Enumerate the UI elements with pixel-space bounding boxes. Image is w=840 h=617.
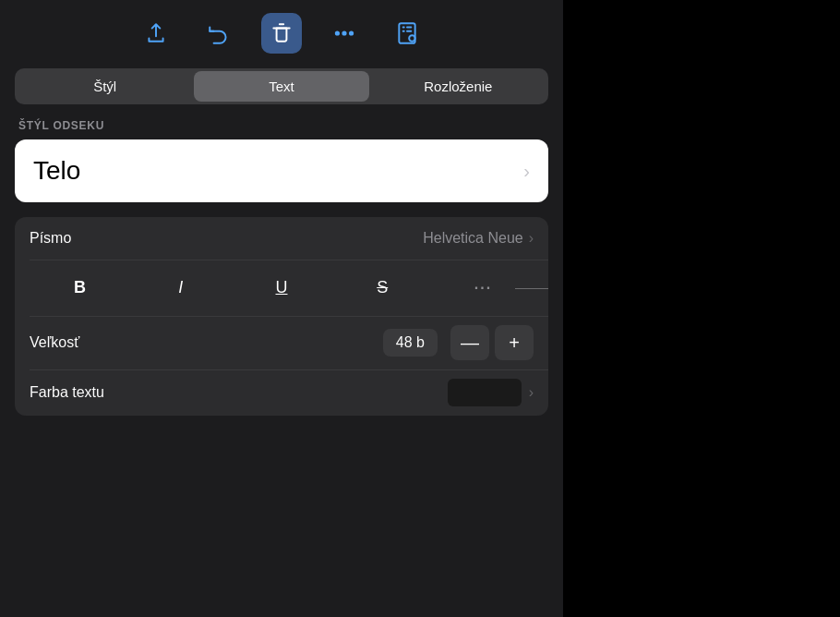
paragraph-chevron-icon: › (523, 161, 530, 182)
tab-styl[interactable]: Štýl (18, 71, 192, 102)
underline-button[interactable]: U (231, 271, 331, 305)
strikethrough-button[interactable]: S (332, 271, 433, 305)
format-row: B I U S ··· (15, 260, 548, 316)
paragraph-style-value: Telo (33, 156, 80, 186)
text-color-row[interactable]: Farba textu › (15, 369, 548, 416)
tab-text[interactable]: Text (194, 71, 368, 102)
size-label: Veľkosť (30, 334, 383, 351)
more-format-icon: ··· (474, 280, 492, 296)
document-button[interactable] (387, 13, 427, 54)
right-panel (563, 0, 840, 617)
color-chevron-icon: › (529, 384, 534, 401)
share-button[interactable] (136, 13, 176, 54)
minus-icon: — (461, 333, 479, 354)
undo-button[interactable] (198, 13, 239, 54)
font-value: Helvetica Neue (423, 230, 523, 247)
svg-point-0 (336, 31, 339, 34)
font-chevron-icon: › (529, 230, 534, 247)
size-row: Veľkosť 48 b — + (15, 316, 548, 369)
more-format-button[interactable]: ··· (433, 272, 534, 304)
paragraph-section-label: ŠTÝL ODSEKU (0, 119, 563, 139)
italic-button[interactable]: I (130, 271, 231, 305)
format-button[interactable] (261, 13, 302, 54)
more-button[interactable] (324, 13, 365, 54)
tab-bar: Štýl Text Rozloženie (15, 68, 548, 104)
underline-icon: U (276, 278, 288, 297)
size-value: 48 b (383, 329, 438, 357)
plus-icon: + (509, 333, 520, 354)
paragraph-style-card[interactable]: Telo › (15, 139, 548, 202)
settings-card: Písmo Helvetica Neue › B I U S ··· Veľko (15, 217, 548, 416)
italic-icon: I (178, 278, 183, 297)
svg-point-1 (342, 31, 345, 34)
font-label: Písmo (30, 230, 423, 247)
toolbar (0, 0, 563, 68)
text-color-label: Farba textu (30, 384, 448, 401)
svg-rect-3 (399, 23, 414, 43)
font-row[interactable]: Písmo Helvetica Neue › (15, 217, 548, 260)
strikethrough-icon: S (377, 278, 388, 297)
bold-icon: B (74, 278, 86, 297)
color-swatch[interactable] (448, 379, 522, 406)
tab-rozlozenie[interactable]: Rozloženie (371, 71, 546, 102)
size-decrement-button[interactable]: — (450, 325, 489, 360)
svg-point-4 (409, 35, 415, 41)
size-increment-button[interactable]: + (495, 325, 534, 360)
svg-point-2 (350, 31, 353, 34)
bold-button[interactable]: B (30, 271, 130, 305)
